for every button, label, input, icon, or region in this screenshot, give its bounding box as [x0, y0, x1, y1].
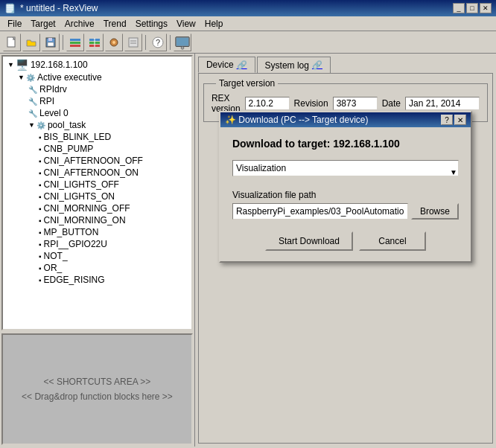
tab-bar: Device 🔗 System log 🔗 [198, 57, 493, 73]
bis-icon: ▪ [39, 133, 42, 141]
level0-label: Level 0 [39, 108, 69, 118]
tree-edge-rising[interactable]: ▪ EDGE_RISING [4, 274, 190, 286]
dialog-help-button[interactable]: ? [441, 115, 453, 125]
device-link-icon[interactable]: 🔗 [237, 60, 247, 70]
svg-rect-6 [70, 42, 80, 44]
rpi-label: RPI [39, 96, 54, 106]
tree-active-executive[interactable]: ▼ ⚙️ Active executive [4, 71, 190, 83]
svg-rect-20 [177, 37, 189, 45]
cni-morn-on-label: CNI_MORNING_ON [44, 215, 126, 225]
device-button[interactable] [174, 33, 191, 51]
help-button[interactable]: ? [149, 33, 167, 51]
tree-cni-afternoon-on[interactable]: ▪ CNI_AFTERNOON_ON [4, 167, 190, 179]
menu-view[interactable]: View [172, 18, 200, 30]
dialog-title-icons: ? ✕ [441, 115, 466, 125]
pool-icon: ⚙️ [36, 121, 45, 129]
menu-archive[interactable]: Archive [60, 18, 99, 30]
tree-mp-button[interactable]: ▪ MP_BUTTON [4, 226, 190, 238]
svg-point-13 [112, 41, 115, 44]
open-button[interactable] [22, 33, 40, 51]
new-button[interactable] [3, 33, 21, 51]
edge-label: EDGE_RISING [44, 275, 105, 285]
tree-cni-morning-on[interactable]: ▪ CNI_MORNING_ON [4, 214, 190, 226]
toolbar-btn-4[interactable] [66, 33, 84, 51]
rpi-icon: 🔧 [28, 97, 37, 106]
tab-syslog[interactable]: System log 🔗 [257, 57, 331, 73]
tree-not[interactable]: ▪ NOT_ [4, 250, 190, 262]
tree-root[interactable]: ▼ 🖥️ 192.168.1.100 [4, 58, 190, 71]
maximize-button[interactable]: □ [466, 3, 478, 13]
syslog-link-icon[interactable]: 🔗 [312, 60, 322, 70]
dialog-heading: Download to target: 192.168.1.100 [232, 138, 459, 150]
save-button[interactable] [42, 33, 60, 51]
shortcuts-line1: << SHORTCUTS AREA >> [44, 377, 151, 387]
separator-3 [170, 35, 171, 50]
cnb-label: CNB_PUMP [44, 144, 94, 154]
download-dialog: ✨ Download (PC --> Target device) ? ✕ Do… [219, 111, 472, 263]
tree-area[interactable]: ▼ 🖥️ 192.168.1.100 ▼ ⚙️ Active executive… [1, 55, 193, 330]
root-label: 192.168.1.100 [31, 60, 88, 70]
computer-icon: 🖥️ [16, 59, 28, 71]
edge-icon: ▪ [39, 276, 42, 284]
toolbar-btn-6[interactable] [105, 33, 123, 51]
menu-target[interactable]: Target [26, 18, 60, 30]
expand-active[interactable]: ▼ [18, 74, 25, 81]
toolbar: ? [0, 31, 496, 54]
dialog-content: Download to target: 192.168.1.100 Visual… [220, 127, 471, 261]
toolbar-btn-7[interactable] [124, 33, 142, 51]
dialog-title: ✨ Download (PC --> Target device) [225, 115, 369, 125]
tree-cni-afternoon-off[interactable]: ▪ CNI_AFTERNOON_OFF [4, 155, 190, 167]
tree-pool-task[interactable]: ▼ ⚙️ pool_task [4, 119, 190, 131]
cni-lights-off-label: CNI_LIGHTS_OFF [44, 179, 119, 190]
target-version-legend: Target version [216, 78, 278, 89]
cni-morn-off-label: CNI_MORNING_OFF [44, 203, 130, 214]
svg-rect-7 [70, 45, 80, 47]
dialog-close-button[interactable]: ✕ [454, 115, 466, 125]
or-label: OR_ [44, 263, 63, 273]
not-label: NOT_ [44, 251, 68, 261]
tree-rpi-gpio[interactable]: ▪ RPI__GPIO22U [4, 238, 190, 250]
minimize-button[interactable]: _ [453, 3, 465, 13]
tree-cnb-pump[interactable]: ▪ CNB_PUMP [4, 143, 190, 155]
tree-cni-lights-off[interactable]: ▪ CNI_LIGHTS_OFF [4, 179, 190, 191]
visualization-dropdown[interactable]: Visualization [232, 160, 459, 176]
cni-aft-on-icon: ▪ [39, 169, 42, 177]
menu-file[interactable]: File [3, 18, 26, 30]
dialog-overlay: ✨ Download (PC --> Target device) ? ✕ Do… [199, 103, 492, 443]
cni-lights-off-icon: ▪ [39, 181, 42, 189]
window-title: * untitled - RexView [20, 3, 98, 13]
or-icon: ▪ [39, 264, 42, 272]
tab-device[interactable]: Device 🔗 [198, 57, 255, 73]
cancel-button[interactable]: Cancel [359, 231, 426, 251]
tree-bis-blink[interactable]: ▪ BIS_BLINK_LED [4, 131, 190, 143]
svg-text:?: ? [156, 38, 160, 47]
cni-aft-off-label: CNI_AFTERNOON_OFF [44, 156, 143, 166]
cni-aft-off-icon: ▪ [39, 157, 42, 165]
main-area: ▼ 🖥️ 192.168.1.100 ▼ ⚙️ Active executive… [0, 54, 496, 447]
menu-settings[interactable]: Settings [131, 18, 172, 30]
tree-rpidrv[interactable]: 🔧 RPIdrv [4, 83, 190, 95]
file-path-label: Visualization file path [232, 190, 459, 200]
close-button[interactable]: ✕ [480, 3, 492, 13]
title-bar-controls: _ □ ✕ [453, 3, 492, 13]
level0-icon: 🔧 [28, 109, 37, 118]
expand-root[interactable]: ▼ [7, 61, 14, 68]
file-path-input[interactable] [232, 203, 408, 220]
cni-aft-on-label: CNI_AFTERNOON_ON [44, 167, 139, 178]
left-panel: ▼ 🖥️ 192.168.1.100 ▼ ⚙️ Active executive… [0, 54, 195, 447]
start-download-button[interactable]: Start Download [265, 231, 353, 251]
shortcuts-line2: << Drag&drop function blocks here >> [22, 391, 173, 402]
browse-button[interactable]: Browse [411, 203, 459, 220]
tree-rpi[interactable]: 🔧 RPI [4, 95, 190, 107]
tree-cni-morning-off[interactable]: ▪ CNI_MORNING_OFF [4, 202, 190, 214]
title-bar: 🗒️ * untitled - RexView _ □ ✕ [0, 0, 496, 16]
tree-level0[interactable]: 🔧 Level 0 [4, 107, 190, 119]
tree-cni-lights-on[interactable]: ▪ CNI_LIGHTS_ON [4, 191, 190, 202]
menu-help[interactable]: Help [200, 18, 228, 30]
expand-pool[interactable]: ▼ [28, 121, 35, 129]
shortcuts-area: << SHORTCUTS AREA >> << Drag&drop functi… [1, 333, 193, 445]
menu-trend[interactable]: Trend [99, 18, 131, 30]
cni-morn-on-icon: ▪ [39, 217, 42, 225]
tree-or[interactable]: ▪ OR_ [4, 262, 190, 274]
toolbar-btn-5[interactable] [86, 33, 104, 51]
